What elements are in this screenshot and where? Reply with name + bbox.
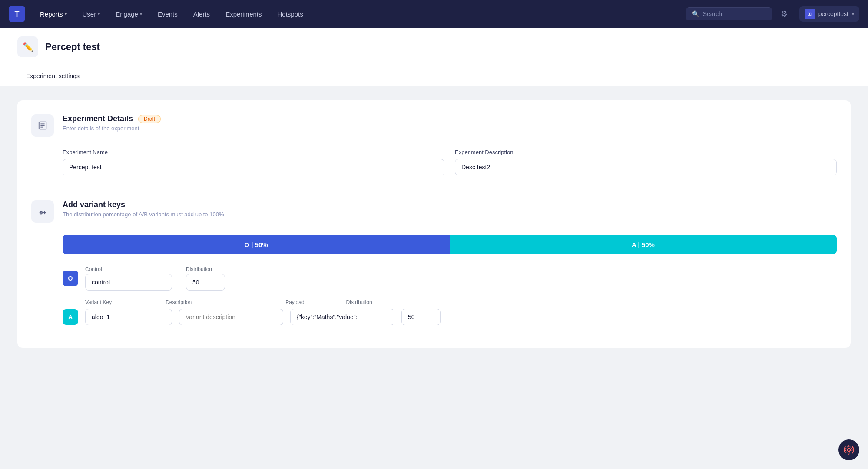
chevron-down-icon: ▾ — [98, 12, 100, 17]
variant-keys-subtitle: The distribution percentage of A/B varia… — [63, 211, 837, 218]
variant-distribution-bar: O | 50% A | 50% — [63, 235, 837, 254]
navbar: T Reports ▾ User ▾ Engage ▾ Events Alert… — [0, 0, 868, 28]
chevron-down-icon: ▾ — [140, 12, 142, 17]
control-key-input[interactable] — [85, 274, 172, 291]
variant-keys-header: Add variant keys The distribution percen… — [31, 200, 837, 223]
control-label: Control — [85, 266, 172, 272]
draft-badge: Draft — [138, 115, 161, 123]
nav-user[interactable]: User ▾ — [76, 8, 106, 20]
variant-description-label: Description — [166, 299, 192, 305]
app-logo: T — [9, 6, 25, 22]
account-menu[interactable]: ⊞ percepttest ▾ — [799, 6, 859, 22]
nav-reports[interactable]: Reports ▾ — [34, 8, 73, 20]
experiment-details-title: Experiment Details — [63, 114, 133, 123]
tabs-bar: Experiment settings — [0, 66, 868, 86]
experiment-card: Experiment Details Draft Enter details o… — [17, 100, 851, 348]
nav-events[interactable]: Events — [152, 8, 184, 20]
svg-point-7 — [845, 446, 852, 453]
experiment-description-group: Experiment Description — [455, 149, 837, 175]
variant-a-row: A — [63, 309, 837, 325]
account-icon: ⊞ — [805, 9, 815, 19]
svg-point-6 — [848, 449, 851, 452]
svg-point-5 — [40, 212, 42, 213]
variant-distribution-header-label: Distribution — [346, 299, 372, 305]
tab-experiment-settings[interactable]: Experiment settings — [17, 66, 88, 86]
variant-distribution-input[interactable] — [401, 309, 441, 325]
experiment-form-row: Experiment Name Experiment Description — [31, 149, 837, 175]
variant-key-label: Variant Key — [85, 299, 112, 305]
chevron-down-icon: ▾ — [65, 12, 67, 17]
experiment-description-input[interactable] — [455, 159, 837, 175]
bottom-action-icon[interactable] — [838, 439, 859, 460]
variant-description-input[interactable] — [179, 309, 283, 325]
experiment-name-group: Experiment Name — [63, 149, 444, 175]
variant-key-input[interactable] — [85, 309, 172, 325]
settings-icon[interactable]: ⚙ — [776, 6, 792, 22]
edit-icon[interactable]: ✏️ — [17, 36, 38, 57]
variant-keys-icon — [31, 200, 54, 223]
page-header: ✏️ Percept test — [0, 28, 868, 66]
account-chevron-icon: ▾ — [852, 12, 854, 17]
section-divider — [31, 188, 837, 188]
experiment-name-input[interactable] — [63, 159, 444, 175]
variant-payload-label: Payload — [285, 299, 304, 305]
variant-bar-a: A | 50% — [450, 235, 837, 254]
experiment-description-label: Experiment Description — [455, 149, 837, 155]
variant-payload-input[interactable] — [290, 309, 394, 325]
main-content: Experiment Details Draft Enter details o… — [0, 86, 868, 362]
search-icon: 🔍 — [692, 10, 699, 17]
details-section-icon — [31, 114, 54, 137]
variant-a-badge: A — [63, 309, 78, 325]
control-distribution-input[interactable] — [186, 274, 225, 291]
nav-experiments[interactable]: Experiments — [219, 8, 268, 20]
variant-keys-title: Add variant keys — [63, 200, 125, 209]
variant-bar-o: O | 50% — [63, 235, 450, 254]
control-badge: O — [63, 271, 78, 286]
nav-engage[interactable]: Engage ▾ — [109, 8, 148, 20]
nav-hotspots[interactable]: Hotspots — [272, 8, 309, 20]
nav-alerts[interactable]: Alerts — [187, 8, 216, 20]
experiment-details-header: Experiment Details Draft Enter details o… — [31, 114, 837, 137]
experiment-details-subtitle: Enter details of the experiment — [63, 125, 837, 132]
control-row: O Control Distribution — [63, 266, 837, 291]
search-bar[interactable]: 🔍 Search — [686, 7, 772, 20]
page-title: Percept test — [45, 41, 100, 53]
variant-fields: O Control Distribution Variant Key Descr… — [63, 266, 837, 325]
control-distribution-label: Distribution — [186, 266, 225, 272]
experiment-name-label: Experiment Name — [63, 149, 444, 155]
